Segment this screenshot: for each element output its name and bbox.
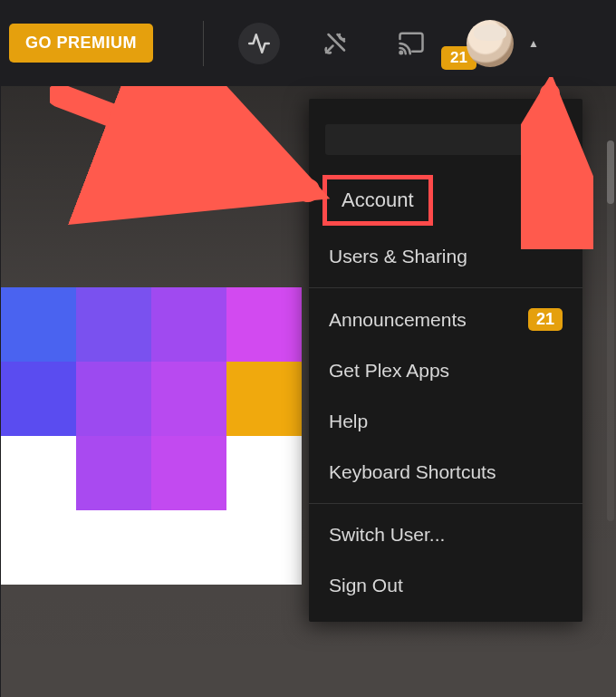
menu-item-users-sharing[interactable]: Users & Sharing <box>309 231 582 282</box>
menu-item-help[interactable]: Help <box>309 396 582 447</box>
content-area: Account Users & Sharing Announcements 21… <box>0 86 616 697</box>
menu-item-label: Help <box>329 411 368 432</box>
cast-icon[interactable] <box>390 23 432 64</box>
menu-item-sign-out[interactable]: Sign Out <box>309 560 582 611</box>
menu-item-label: Account <box>342 189 414 212</box>
announcements-badge: 21 <box>528 308 563 331</box>
user-dropdown-menu: Account Users & Sharing Announcements 21… <box>309 99 582 622</box>
toolbar-divider <box>203 21 204 66</box>
menu-item-keyboard-shortcuts[interactable]: Keyboard Shortcuts <box>309 447 582 498</box>
menu-search-field[interactable] <box>325 124 566 155</box>
menu-item-switch-user[interactable]: Switch User... <box>309 509 582 560</box>
avatar <box>467 20 514 67</box>
settings-tools-icon[interactable] <box>314 23 356 64</box>
menu-item-label: Users & Sharing <box>329 246 467 267</box>
activity-icon[interactable] <box>238 23 280 64</box>
user-menu-button[interactable]: 21 ▲ <box>467 20 539 67</box>
menu-divider <box>309 287 582 288</box>
redacted-image <box>1 287 302 585</box>
scrollbar[interactable] <box>607 140 614 521</box>
menu-item-label: Sign Out <box>329 575 403 596</box>
top-toolbar: GO PREMIUM 21 ▲ <box>0 0 616 86</box>
scrollbar-thumb[interactable] <box>607 140 614 204</box>
menu-divider <box>309 503 582 504</box>
menu-item-announcements[interactable]: Announcements 21 <box>309 294 582 345</box>
menu-item-label: Get Plex Apps <box>329 360 449 382</box>
menu-item-get-plex-apps[interactable]: Get Plex Apps <box>309 345 582 396</box>
caret-up-icon: ▲ <box>528 37 539 50</box>
svg-point-0 <box>400 51 403 53</box>
go-premium-button[interactable]: GO PREMIUM <box>9 24 153 63</box>
menu-item-label: Keyboard Shortcuts <box>329 461 496 483</box>
menu-item-label: Switch User... <box>329 524 445 546</box>
menu-item-account[interactable]: Account <box>322 175 433 226</box>
menu-item-label: Announcements <box>329 309 467 331</box>
